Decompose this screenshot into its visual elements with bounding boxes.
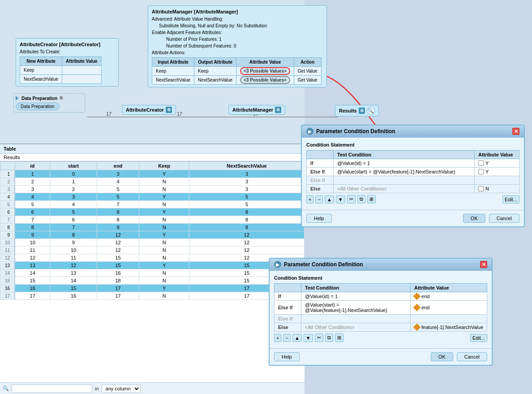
gear-icon[interactable]: ⚙ xyxy=(59,95,64,101)
cell-id: 5 xyxy=(15,201,50,208)
dialog1-icon: ▶ xyxy=(306,128,313,135)
cell-keep: Y xyxy=(139,262,189,269)
search-input[interactable] xyxy=(12,385,92,393)
cell-next: 5 xyxy=(189,201,304,208)
dialog2-elseif2-cond xyxy=(301,315,411,323)
attr-manager-line1: Advanced: Attribute Value Handling: xyxy=(152,16,323,22)
attr-creator-row2-col2 xyxy=(62,74,102,83)
dialog1-if-cond: @Value(id) = 1 xyxy=(334,159,475,168)
cell-start: 8 xyxy=(50,231,97,239)
param-dialog-1: ▶ Parameter Condition Definition ✕ Condi… xyxy=(301,125,525,227)
dialog1-elseif2-val xyxy=(475,176,519,185)
dialog1-close-btn[interactable]: ✕ xyxy=(512,128,519,135)
attr-creator-settings-icon[interactable]: ⚙ xyxy=(166,107,172,113)
checkbox2[interactable] xyxy=(478,169,484,174)
cell-end: 12 xyxy=(97,247,139,254)
cell-next: 8 xyxy=(189,208,304,216)
data-prep-label: Data Preparation xyxy=(21,96,57,101)
dialog1-condition-table: Test Condition Attribute Value If @Value… xyxy=(306,150,519,193)
dialog1-elseif-cond: @Value(start) = @Value(feature[-1].NextS… xyxy=(334,168,475,176)
possible-values-badge-1[interactable]: <3 Possible Values> xyxy=(240,67,290,75)
cell-id: 16 xyxy=(15,285,50,292)
dialog1-elseif2-label: Else If xyxy=(307,176,334,185)
dialog1-up-btn[interactable]: ▲ xyxy=(325,195,334,203)
expand-icon[interactable] xyxy=(16,96,18,100)
data-prep-inner-node[interactable]: Data Preparation xyxy=(16,103,60,110)
dialog1-content: Condition Statement Test Condition Attri… xyxy=(302,138,524,210)
dialog2-remove-btn[interactable]: − xyxy=(283,334,290,342)
checkbox3[interactable] xyxy=(478,186,484,191)
checkbox1[interactable] xyxy=(478,160,484,166)
dialog1-test-col: Test Condition xyxy=(334,151,475,159)
column-select[interactable]: any column xyxy=(102,385,141,393)
dialog1-if-label: If xyxy=(307,159,334,168)
table-row: 5 5 4 7 N 5 xyxy=(0,201,305,208)
attr-manager-title: AttributeManager [AttributeManager] xyxy=(152,8,323,16)
dialog1-paste-btn[interactable]: ⊞ xyxy=(367,195,376,203)
attr-creator-subtitle: Attributes To Create: xyxy=(20,48,115,55)
cell-start: 16 xyxy=(50,292,97,300)
dialog1-cut-btn[interactable]: ✂ xyxy=(347,195,356,203)
cell-end: 5 xyxy=(97,186,139,193)
dialog2-if-label: If xyxy=(275,292,301,301)
dialog1-add-btn[interactable]: + xyxy=(306,195,313,203)
dialog2-help-btn[interactable]: Help xyxy=(274,352,300,361)
dialog2-add-btn[interactable]: + xyxy=(274,334,281,342)
cell-start: 13 xyxy=(50,269,97,277)
dialog1-row-if: If @Value(id) = 1 Y xyxy=(307,159,519,168)
table-row: 4 4 3 5 Y 5 xyxy=(0,193,305,201)
diamond2 xyxy=(413,304,421,312)
dialog2-footer: Help OK Cancel xyxy=(270,348,492,365)
dialog1-attr-col: Attribute Value xyxy=(475,151,519,159)
dialog2-cut-btn[interactable]: ✂ xyxy=(315,333,323,342)
table-row: 11 11 10 12 N 12 xyxy=(0,247,305,254)
cell-keep: N xyxy=(139,239,189,247)
attr-manager-line3: Enable Adjacent Feature Attributes: xyxy=(152,29,323,36)
dialog2-close-btn[interactable]: ✕ xyxy=(480,261,487,268)
dialog2-edit-btn[interactable]: Edit... xyxy=(470,334,487,342)
cell-end: 12 xyxy=(97,239,139,247)
cell-keep: N xyxy=(139,201,189,208)
dialog1-footer: Help OK Cancel xyxy=(302,210,524,226)
dialog2-down-btn[interactable]: ▼ xyxy=(304,334,313,342)
dialog2-cancel-btn[interactable]: Cancel xyxy=(457,352,487,361)
col-start-header: start xyxy=(50,162,97,170)
attr-manager-line2: Substitute Missing, Null and Empty by: N… xyxy=(152,22,323,29)
row-num: 9 xyxy=(0,231,15,239)
cell-keep: N xyxy=(139,269,189,277)
attr-creator-node[interactable]: AttributeCreator ⚙ Output xyxy=(122,105,146,112)
table-row: 10 10 9 12 N 12 xyxy=(0,239,305,247)
search-magnifier-icon: 🔍 xyxy=(3,385,9,391)
results-settings-icon[interactable]: ⚙ xyxy=(359,108,365,114)
cell-start: 3 xyxy=(50,193,97,201)
dialog1-copy-btn[interactable]: ⧉ xyxy=(357,195,365,203)
dialog1-cancel-btn[interactable]: Cancel xyxy=(489,214,519,223)
cell-keep: N xyxy=(139,178,189,186)
dialog1-elseif-val: Y xyxy=(475,168,519,176)
results-search-icon[interactable]: 🔍 xyxy=(367,107,375,115)
cell-start: 1 xyxy=(50,178,97,186)
dialog2-copy-btn[interactable]: ⧉ xyxy=(325,333,333,342)
attr-manager-node[interactable]: AttributeManager ⚙ Output xyxy=(228,105,252,112)
row-num: 15 xyxy=(0,277,15,285)
cell-keep: N xyxy=(139,254,189,262)
cell-start: 12 xyxy=(50,262,97,269)
dialog1-ok-btn[interactable]: OK xyxy=(463,214,485,223)
attr-manager-settings-icon[interactable]: ⚙ xyxy=(275,107,281,113)
row-num: 8 xyxy=(0,224,15,231)
dialog2-row-elseif1: Else If @Value(start) = @Value(feature[-… xyxy=(275,301,487,315)
cell-id: 3 xyxy=(15,186,50,193)
dialog2-up-btn[interactable]: ▲ xyxy=(292,334,302,342)
dialog2-paste-btn[interactable]: ⊞ xyxy=(335,333,343,342)
cell-keep: Y xyxy=(139,193,189,201)
attr-manager-line6: Attribute Actions: xyxy=(152,49,323,56)
dialog1-remove-btn[interactable]: − xyxy=(315,195,322,203)
attr-creator-title: AttributeCreator [AttributeCreator] xyxy=(20,41,115,48)
dialog1-edit-btn[interactable]: Edit... xyxy=(502,195,519,203)
dialog1-help-btn[interactable]: Help xyxy=(306,214,332,223)
possible-values-badge-2[interactable]: <3 Possible Values> xyxy=(240,76,290,84)
dialog2-ok-btn[interactable]: OK xyxy=(431,352,453,361)
cell-id: 1 xyxy=(15,170,50,178)
col-action-header: Action xyxy=(294,57,321,66)
dialog1-down-btn[interactable]: ▼ xyxy=(336,195,345,203)
